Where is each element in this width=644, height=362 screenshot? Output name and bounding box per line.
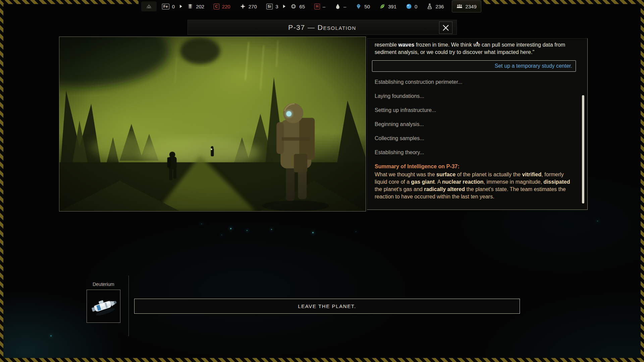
resource-value: 50 — [364, 4, 370, 9]
crystal-icon — [356, 3, 362, 9]
resource-hydrogen[interactable]: H– — [310, 0, 330, 13]
hazard-stripe-right — [641, 0, 644, 362]
event-panel: ▲ resemble waves frozen in time. We thin… — [367, 38, 588, 210]
resource-bar: Fe0202C220270Si365H––5039102362349 — [139, 0, 483, 13]
resource-plates[interactable]: 202 — [182, 0, 209, 13]
si-badge: Si — [266, 4, 273, 9]
resource-value: 236 — [435, 4, 444, 9]
close-button[interactable] — [439, 21, 452, 34]
resource-value: 202 — [196, 4, 204, 9]
event-title: P-37 — Desolation — [188, 20, 457, 35]
flask-icon — [427, 3, 433, 9]
resource-silicon[interactable]: Si3 — [262, 0, 283, 13]
scrollbar-thumb[interactable] — [582, 95, 584, 203]
hazard-stripe-left — [0, 0, 3, 362]
log-line: Setting up infrastructure... — [375, 107, 572, 114]
resource-cryofluid[interactable]: 50 — [351, 0, 375, 13]
game-screen: Fe0202C220270Si365H––5039102362349 P-37 … — [0, 0, 644, 362]
hazard-stripe-bottom — [0, 358, 644, 362]
planet-illustration — [59, 37, 366, 212]
event-log: resemble waves frozen in time. We think … — [375, 41, 572, 206]
people-icon — [457, 3, 463, 9]
close-icon — [442, 24, 450, 32]
resource-value: 65 — [299, 4, 305, 9]
resource-food[interactable]: 391 — [375, 0, 401, 13]
spark-icon — [240, 3, 246, 9]
resource-carbon[interactable]: C220 — [209, 0, 235, 13]
choice-study-center-button[interactable]: Set up a temporary study center. — [372, 60, 576, 72]
resource-claw[interactable] — [141, 1, 157, 11]
resource-value: 270 — [249, 4, 257, 9]
h-badge: H — [314, 4, 320, 9]
resource-ice[interactable]: – — [330, 0, 351, 13]
droplet-icon — [335, 3, 341, 9]
resource-alloy[interactable]: 270 — [235, 0, 262, 13]
planet-illustration-svg — [59, 37, 366, 211]
chip-icon — [290, 3, 297, 9]
log-line: Establishing construction perimeter... — [375, 78, 572, 86]
claw-icon — [146, 3, 152, 9]
orb-icon — [406, 3, 412, 9]
event-intro-text: resemble waves frozen in time. We think … — [375, 41, 572, 56]
resource-value: 391 — [388, 4, 396, 9]
resource-value: – — [343, 4, 346, 9]
resource-electronics[interactable]: 65 — [286, 0, 310, 13]
resource-water[interactable]: 0 — [401, 0, 422, 13]
choice-label: Set up a temporary study center. — [495, 62, 572, 70]
chevron-right-icon — [180, 5, 182, 8]
resource-value: 0 — [415, 4, 417, 9]
event-title-bar: P-37 — Desolation — [187, 20, 457, 35]
resource-value: – — [323, 4, 325, 9]
leaf-icon — [379, 3, 385, 9]
fe-badge: Fe — [162, 4, 169, 9]
resource-value: 0 — [172, 4, 175, 9]
resource-iron[interactable]: Fe0 — [157, 0, 179, 13]
log-line: Collecting samples... — [375, 135, 572, 142]
resource-science[interactable]: 236 — [422, 0, 448, 13]
summary-heading: Summary of Intelligence on P-37: — [375, 163, 572, 170]
chevron-right-icon — [283, 5, 285, 8]
log-line: Establishing theory... — [375, 149, 572, 156]
deuterium-label: Deuterium — [87, 282, 120, 287]
connector-line — [128, 276, 129, 336]
deuterium-module-art — [87, 290, 120, 322]
resource-value: 220 — [222, 4, 230, 9]
c-badge: C — [214, 4, 219, 9]
leave-planet-button[interactable]: LEAVE THE PLANET. — [134, 299, 520, 314]
summary-text: What we thought was the surface of the p… — [375, 171, 572, 200]
log-line: Beginning analysis... — [375, 121, 572, 128]
resource-value: 3 — [275, 4, 278, 9]
scrollbar-track[interactable] — [582, 41, 584, 207]
resource-value: 2349 — [465, 4, 476, 9]
stack-icon — [187, 3, 193, 9]
resource-population[interactable]: 2349 — [452, 0, 481, 12]
deuterium-thumbnail[interactable] — [87, 290, 120, 323]
log-line: Laying foundations... — [375, 93, 572, 100]
log-lines: Establishing construction perimeter... L… — [375, 78, 572, 156]
